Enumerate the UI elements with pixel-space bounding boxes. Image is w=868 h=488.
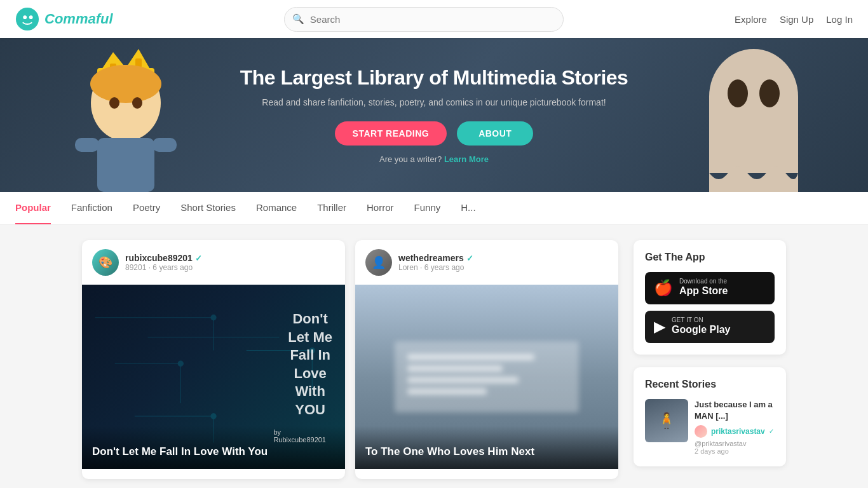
logo-icon [15, 7, 39, 31]
logo[interactable]: Commaful [15, 7, 113, 31]
search-bar: 🔍 [284, 7, 564, 32]
hero-banner: The Largest Library of Multimedia Storie… [0, 38, 868, 192]
recent-verified-badge: ✓ [769, 428, 774, 435]
svg-point-17 [759, 79, 780, 107]
start-reading-button[interactable]: START READING [335, 121, 447, 146]
avatar-1: 🎨 [92, 249, 119, 276]
avatar-2: 👤 [365, 249, 392, 276]
search-icon: 🔍 [292, 13, 304, 25]
hero-subtitle: Read and share fanfiction, stories, poet… [240, 97, 628, 107]
category-more[interactable]: H... [461, 192, 475, 224]
svg-point-9 [109, 97, 119, 109]
username-1: rubixcube89201 ✓ [125, 253, 335, 263]
recent-handle: @priktasrivastav [695, 440, 775, 447]
svg-point-8 [90, 65, 161, 103]
signup-link[interactable]: Sign Up [780, 14, 813, 25]
card-meta-1: 89201 · 6 years ago [125, 263, 335, 272]
recent-story-item[interactable]: 🧍 Just because I am a MAN [...] priktasr… [645, 399, 775, 455]
category-fanfiction[interactable]: Fanfiction [71, 192, 112, 224]
recent-stories-section: Recent Stories 🧍 Just because I am a MAN… [634, 367, 786, 466]
main-content: 🎨 rubixcube89201 ✓ 89201 · 6 years ago [72, 240, 796, 479]
svg-rect-13 [153, 138, 177, 152]
hero-buttons: START READING ABOUT [240, 121, 628, 146]
google-play-icon: ▶ [654, 318, 665, 336]
category-popular[interactable]: Popular [15, 192, 51, 224]
hero-content: The Largest Library of Multimedia Storie… [240, 66, 628, 164]
recent-stories-title: Recent Stories [645, 379, 775, 390]
about-button[interactable]: ABOUT [457, 121, 533, 146]
svg-point-0 [16, 8, 39, 30]
recent-avatar [695, 425, 707, 438]
google-play-button[interactable]: ▶ GET IT ON Google Play [645, 311, 775, 343]
ghost-character [696, 39, 811, 192]
apple-icon: 🍎 [654, 279, 673, 297]
svg-point-1 [23, 15, 27, 19]
svg-point-27 [211, 315, 216, 320]
recent-time: 2 days ago [695, 447, 775, 455]
app-section-title: Get The App [645, 252, 775, 263]
category-funny[interactable]: Funny [414, 192, 441, 224]
verified-badge-2: ✓ [466, 254, 473, 263]
recent-thumb: 🧍 [645, 399, 688, 442]
card-header-1: 🎨 rubixcube89201 ✓ 89201 · 6 years ago [82, 240, 345, 285]
svg-point-28 [178, 361, 183, 366]
category-poetry[interactable]: Poetry [133, 192, 160, 224]
svg-point-10 [132, 97, 142, 109]
card-meta-2: Loren · 6 years ago [398, 263, 608, 272]
search-input[interactable] [284, 7, 564, 32]
story-image-1[interactable]: Don't Let Me Fall In Love With You Don't… [82, 285, 345, 469]
svg-point-30 [211, 414, 216, 419]
svg-rect-12 [75, 138, 99, 152]
login-link[interactable]: Log In [826, 14, 853, 25]
logo-text: Commaful [44, 11, 113, 27]
card-header-2: 👤 wethedreamers ✓ Loren · 6 years ago [355, 240, 618, 285]
recent-story-title: Just because I am a MAN [...] [695, 399, 775, 422]
princess-character [62, 39, 189, 192]
story-title-2: To The One Who Loves Him Next [355, 426, 618, 469]
explore-link[interactable]: Explore [735, 14, 767, 25]
svg-point-16 [728, 79, 748, 107]
username-2: wethedreamers ✓ [398, 253, 608, 263]
story-card-2: 👤 wethedreamers ✓ Loren · 6 years ago [355, 240, 618, 479]
svg-point-2 [29, 15, 33, 19]
recent-author-name: priktasrivastav [711, 427, 765, 436]
category-nav: Popular Fanfiction Poetry Short Stories … [0, 192, 868, 225]
stories-area: 🎨 rubixcube89201 ✓ 89201 · 6 years ago [82, 240, 618, 479]
header-nav: Explore Sign Up Log In [735, 14, 853, 25]
category-horror[interactable]: Horror [367, 192, 394, 224]
learn-more-link[interactable]: Learn More [444, 154, 489, 164]
story-card-1: 🎨 rubixcube89201 ✓ 89201 · 6 years ago [82, 240, 345, 479]
category-romance[interactable]: Romance [256, 192, 297, 224]
svg-rect-15 [709, 97, 798, 173]
svg-rect-11 [97, 138, 154, 192]
writer-prompt: Are you a writer? Learn More [240, 154, 628, 164]
header: Commaful 🔍 Explore Sign Up Log In [0, 0, 868, 38]
app-store-button[interactable]: 🍎 Download on the App Store [645, 272, 775, 304]
hero-title: The Largest Library of Multimedia Storie… [240, 66, 628, 90]
sidebar: Get The App 🍎 Download on the App Store … [634, 240, 786, 479]
verified-badge-1: ✓ [195, 254, 202, 263]
category-thriller[interactable]: Thriller [317, 192, 346, 224]
category-short-stories[interactable]: Short Stories [180, 192, 236, 224]
story-image-2[interactable]: To The One Who Loves Him Next [355, 285, 618, 469]
app-download-section: Get The App 🍎 Download on the App Store … [634, 240, 786, 355]
